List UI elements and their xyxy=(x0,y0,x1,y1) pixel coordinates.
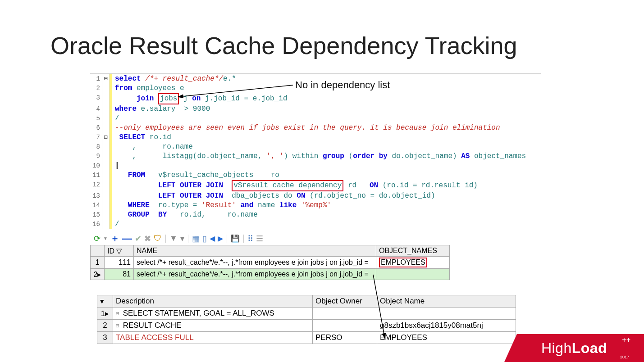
code-line: --only employees are seen even if jobs e… xyxy=(112,123,500,133)
dropdown-icon[interactable]: ▼ xyxy=(103,236,108,241)
filter2-icon[interactable]: ▾ xyxy=(180,234,184,244)
list-icon[interactable]: ☰ xyxy=(256,234,263,244)
result-toolbar: ⟳ ▼ ＋ — ✔ ✖ 🛡 ▼ ▾ ▦ ▯ ◀ ▶ 💾 ⠿ ☰ xyxy=(94,232,263,244)
line-number: 14 xyxy=(90,201,102,210)
logo-text-bold: Load xyxy=(572,340,607,357)
prev-icon[interactable]: ◀ xyxy=(210,234,215,243)
code-line: FROM v$result_cache_objects ro xyxy=(112,171,279,180)
cell-owner[interactable]: PERSO xyxy=(313,332,377,344)
col-rownum xyxy=(91,245,105,257)
cell-name[interactable]: select /*+ result_cache*/e.*--, j.*from … xyxy=(134,257,376,269)
code-line: SELECT ro.id xyxy=(112,133,171,142)
line-number: 11 xyxy=(90,171,102,180)
logo-year: 2017 xyxy=(620,355,629,359)
fold-gutter xyxy=(102,123,110,133)
line-number: 5 xyxy=(90,114,102,123)
logo-plusplus: ++ xyxy=(622,336,630,344)
highload-logo: HighLoad ++ 2017 xyxy=(504,334,644,362)
cell-description[interactable]: ⊟ RESULT CACHE xyxy=(113,320,313,332)
grid-icon[interactable]: ▦ xyxy=(192,234,200,244)
row-number: 1▸ xyxy=(97,308,113,320)
code-line: join jobs j on j.job_id = e.job_id xyxy=(112,93,287,104)
col-name[interactable]: NAME xyxy=(134,245,376,257)
col-id[interactable]: ID ▽ xyxy=(105,245,134,257)
commit-icon[interactable]: ✔ xyxy=(135,234,142,244)
code-line: | xyxy=(112,161,119,171)
code-line: GROUP BY ro.id, ro.name xyxy=(112,210,258,220)
cell-objname[interactable]: EMPLOYEES xyxy=(377,332,516,344)
lock-icon[interactable]: 🛡 xyxy=(154,234,162,243)
line-number: 2 xyxy=(90,84,102,93)
cell-id[interactable]: 81 xyxy=(105,269,134,280)
fold-gutter xyxy=(102,210,110,220)
line-number: 8 xyxy=(90,142,102,152)
cell-object-names[interactable] xyxy=(376,269,450,280)
fold-icon[interactable]: ⊟ xyxy=(102,133,110,142)
fold-gutter xyxy=(102,84,110,93)
delete-row-icon[interactable]: — xyxy=(122,233,132,244)
add-row-icon[interactable]: ＋ xyxy=(110,232,119,244)
code-line: WHERE ro.type = 'Result' and name like '… xyxy=(112,201,331,210)
cell-id[interactable]: 111 xyxy=(105,257,134,269)
fold-gutter xyxy=(102,171,110,180)
cell-objname[interactable]: g8szb1bsx6acj1815y08mat5nj xyxy=(377,320,516,332)
cell-description[interactable]: TABLE ACCESS FULL xyxy=(113,332,313,344)
table-header-row: ▾ Description Object Owner Object Name xyxy=(97,295,516,308)
fold-icon[interactable]: ⊟ xyxy=(102,74,110,84)
result-grid[interactable]: ID ▽ NAME OBJECT_NAMES 1 111 select /*+ … xyxy=(90,245,450,280)
filter-icon[interactable]: ▼ xyxy=(169,234,178,243)
fold-gutter xyxy=(102,114,110,123)
fold-gutter xyxy=(102,104,110,114)
highlight-jobs: jobs xyxy=(158,93,179,104)
col-object-names[interactable]: OBJECT_NAMES xyxy=(376,245,450,257)
line-number: 4 xyxy=(90,104,102,114)
code-line: LEFT OUTER JOIN v$result_cache_dependenc… xyxy=(112,180,478,191)
cell-description[interactable]: ⊟ SELECT STATEMENT, GOAL = ALL_ROWS xyxy=(113,308,313,320)
table-header-row: ID ▽ NAME OBJECT_NAMES xyxy=(91,245,450,257)
cell-objname[interactable] xyxy=(377,308,516,320)
col-object-name[interactable]: Object Name xyxy=(377,295,516,308)
highlight-dependency-view: v$result_cache_dependency xyxy=(232,180,343,191)
col-description[interactable]: Description xyxy=(113,295,313,308)
col-object-owner[interactable]: Object Owner xyxy=(313,295,377,308)
refresh-icon[interactable]: ⟳ xyxy=(94,234,100,244)
single-record-icon[interactable]: ▯ xyxy=(202,234,207,244)
row-number: 2 xyxy=(97,320,113,332)
col-rownum: ▾ xyxy=(97,295,113,308)
table-row[interactable]: 3 TABLE ACCESS FULL PERSO EMPLOYEES xyxy=(97,332,516,344)
table-row[interactable]: 1▸ ⊟ SELECT STATEMENT, GOAL = ALL_ROWS xyxy=(97,308,516,320)
code-line: select /*+ result_cache*/e.* xyxy=(112,74,236,84)
line-number: 15 xyxy=(90,210,102,220)
cell-owner[interactable] xyxy=(313,308,377,320)
logo-text: High xyxy=(541,340,572,357)
code-line: , ro.name xyxy=(112,142,193,152)
line-number: 16 xyxy=(90,220,102,229)
export-icon[interactable]: 💾 xyxy=(231,234,240,243)
row-number: 3 xyxy=(97,332,113,344)
line-number: 1 xyxy=(90,74,102,84)
next-icon[interactable]: ▶ xyxy=(218,234,223,243)
code-line: , listagg(do.object_name, ', ') within g… xyxy=(112,152,526,161)
cell-object-names[interactable]: EMPLOYEES xyxy=(376,257,450,269)
code-line: LEFT OUTER JOIN dba_objects do ON (rd.ob… xyxy=(112,191,435,201)
tools-icon[interactable]: ⠿ xyxy=(247,234,253,244)
annotation-text: No in dependency list xyxy=(295,79,390,91)
slide-title: Oracle Result Cache Dependency Tracking xyxy=(50,32,517,59)
fold-gutter xyxy=(102,191,110,201)
table-row[interactable]: 1 111 select /*+ result_cache*/e.*--, j.… xyxy=(91,257,450,269)
cell-owner[interactable] xyxy=(313,320,377,332)
row-number: 2▸ xyxy=(91,269,105,280)
line-number: 12 xyxy=(90,180,102,191)
fold-gutter xyxy=(102,180,110,191)
sql-editor: 1 ⊟ select /*+ result_cache*/e.* 2 from … xyxy=(90,73,541,229)
line-number: 13 xyxy=(90,191,102,201)
rollback-icon[interactable]: ✖ xyxy=(144,234,151,244)
line-number: 9 xyxy=(90,152,102,161)
table-row[interactable]: 2▸ 81 select /*+ result_cache*/e.*--, j.… xyxy=(91,269,450,280)
table-row[interactable]: 2 ⊟ RESULT CACHE g8szb1bsx6acj1815y08mat… xyxy=(97,320,516,332)
execution-plan-grid[interactable]: ▾ Description Object Owner Object Name 1… xyxy=(97,295,516,344)
cell-name[interactable]: select /*+ result_cache*/e.*--, j.*from … xyxy=(134,269,376,280)
fold-gutter xyxy=(102,161,110,171)
fold-gutter xyxy=(102,152,110,161)
highlight-employees: EMPLOYEES xyxy=(379,258,427,267)
